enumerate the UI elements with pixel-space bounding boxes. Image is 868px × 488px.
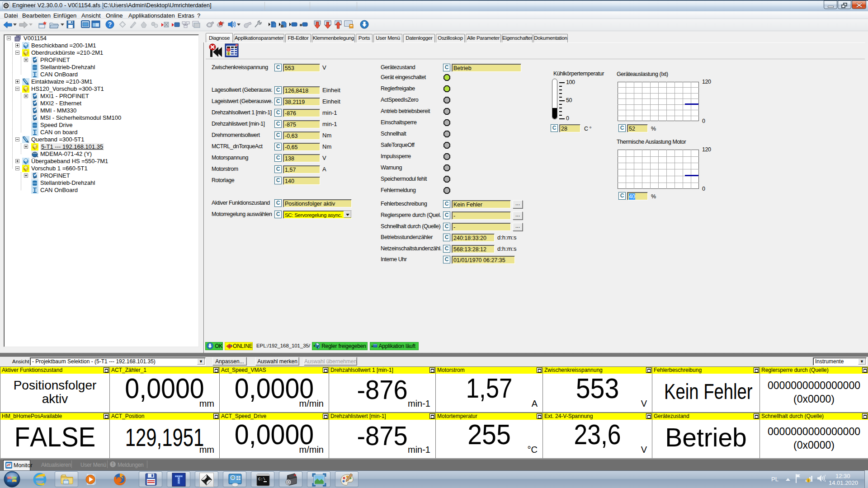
svg-text:!: ! — [808, 479, 809, 483]
svg-text:C:\: C:\ — [258, 477, 265, 482]
svg-text:?: ? — [108, 21, 112, 28]
